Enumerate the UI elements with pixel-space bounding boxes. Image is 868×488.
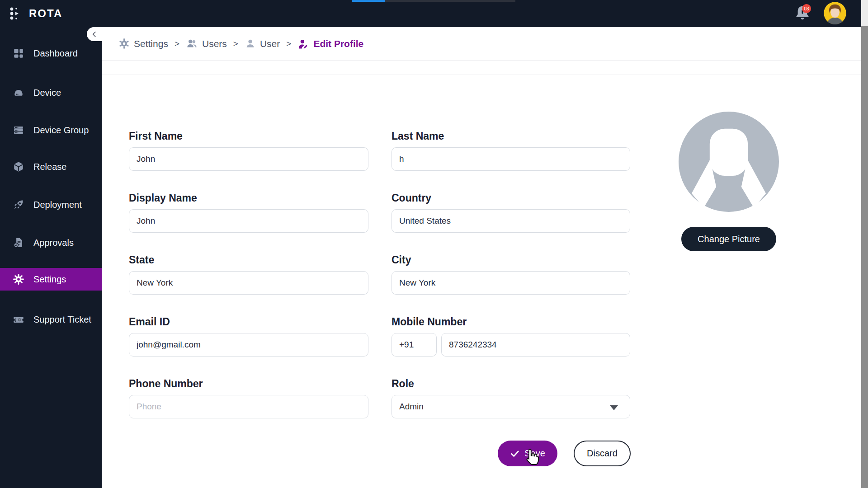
sidebar-item-label: Device Group [33,125,89,136]
capture-progress-fill [352,0,385,2]
avatar-illustration-icon [824,2,846,24]
edit-profile-icon [297,38,309,50]
page-scrollbar-track[interactable] [861,0,868,488]
user-icon [245,38,256,49]
breadcrumb-label: Edit Profile [313,38,363,49]
breadcrumb-separator: > [286,39,291,49]
breadcrumb-item-users[interactable]: Users [186,38,227,50]
sidebar-item-release[interactable]: Release [0,155,102,178]
country-code-input[interactable] [392,333,437,357]
sidebar-item-label: Release [33,162,66,172]
sidebar-item-label: Support Ticket [33,314,91,325]
checkmark-icon [510,449,520,459]
breadcrumb: Settings > Users > [118,27,363,60]
sidebar-item-device-group[interactable]: Device Group [0,119,102,141]
app-window: 03 ROTA [0,0,868,488]
breadcrumb-label: User [260,38,280,49]
last-name-input[interactable] [392,147,630,171]
breadcrumb-label: Settings [134,38,168,49]
approvals-icon [13,237,24,249]
breadcrumb-item-settings[interactable]: Settings [118,38,168,49]
sidebar: ROTA Dashboard Device Device Group [0,0,102,488]
sidebar-item-deployment[interactable]: Deployment [0,193,102,216]
breadcrumb-label: Users [202,38,227,49]
save-button[interactable]: Save [498,441,557,466]
change-picture-label: Change Picture [698,234,760,244]
first-name-input[interactable] [129,147,368,171]
mobile-number-input[interactable] [441,333,630,357]
display-name-label: Display Name [129,192,368,204]
sidebar-item-label: Settings [33,274,66,285]
email-label: Email ID [129,316,368,328]
discard-button[interactable]: Discard [574,441,631,466]
sidebar-item-label: Device [33,88,61,98]
role-selected-value: Admin [399,402,424,412]
capture-progress-track [352,0,515,2]
sidebar-item-support-ticket[interactable]: Support Ticket [0,308,102,331]
country-input[interactable] [392,209,630,233]
page-scrollbar-thumb[interactable] [861,26,868,488]
sidebar-item-settings[interactable]: Settings [0,268,102,291]
person-silhouette-icon [679,112,779,212]
rota-logo-icon [9,6,22,21]
support-ticket-icon [13,314,24,325]
brand-name: ROTA [29,7,62,20]
first-name-label: First Name [129,130,368,142]
gear-icon [118,38,130,49]
display-name-input[interactable] [129,209,368,233]
country-label: Country [392,192,630,204]
dashboard-icon [13,47,24,59]
chevron-left-icon [91,31,98,38]
brand: ROTA [0,0,102,27]
deployment-icon [13,199,24,211]
settings-icon [13,273,24,285]
sidebar-item-label: Dashboard [33,48,78,59]
notification-count-badge: 03 [802,4,811,13]
breadcrumb-separator: > [175,39,179,49]
breadcrumb-separator: > [233,39,238,49]
role-select[interactable]: Admin [392,395,630,418]
device-group-icon [13,124,24,136]
state-label: State [129,254,368,266]
top-bar [0,0,868,27]
user-avatar[interactable] [824,2,846,24]
phone-number-label: Phone Number [129,378,368,390]
save-button-label: Save [524,448,545,459]
sidebar-item-approvals[interactable]: Approvals [0,231,102,254]
email-input[interactable] [129,333,368,357]
breadcrumb-item-user[interactable]: User [245,38,280,49]
breadcrumb-item-edit-profile[interactable]: Edit Profile [297,38,363,50]
phone-number-input[interactable] [129,395,368,418]
chevron-down-icon [610,405,618,410]
city-input[interactable] [392,271,630,295]
divider-line [102,60,861,61]
discard-button-label: Discard [587,448,618,459]
sidebar-item-label: Approvals [33,238,74,248]
divider-line [102,75,861,75]
device-icon [13,87,24,99]
sidebar-item-device[interactable]: Device [0,81,102,104]
state-input[interactable] [129,271,368,295]
city-label: City [392,254,630,266]
users-icon [186,38,198,50]
mobile-number-label: Mobile Number [392,316,630,328]
release-icon [13,161,24,173]
profile-picture-placeholder [679,112,779,212]
sidebar-item-dashboard[interactable]: Dashboard [0,42,102,65]
sidebar-collapse-button[interactable] [87,27,102,41]
last-name-label: Last Name [392,130,630,142]
role-label: Role [392,378,630,390]
sidebar-item-label: Deployment [33,200,82,210]
change-picture-button[interactable]: Change Picture [681,227,776,251]
